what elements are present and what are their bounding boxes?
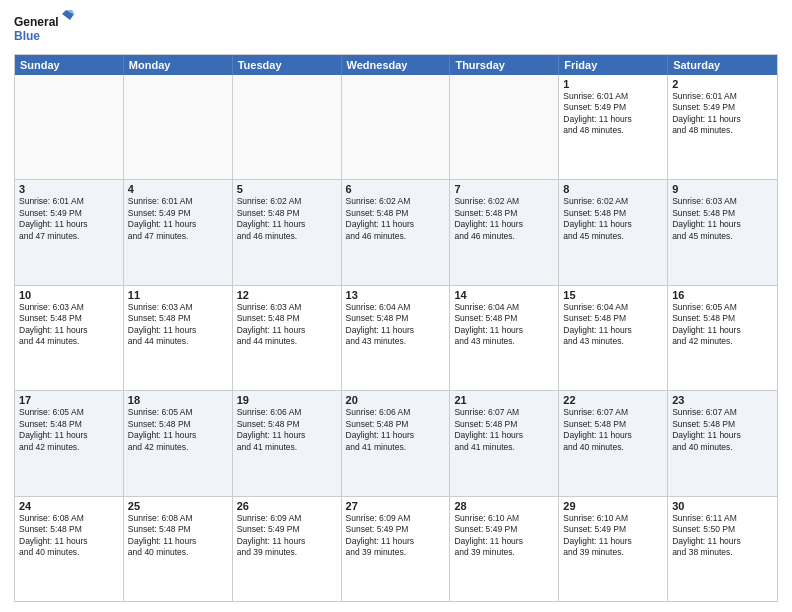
day-number: 17 [19, 394, 119, 406]
day-number: 9 [672, 183, 773, 195]
day-info: Sunrise: 6:11 AM Sunset: 5:50 PM Dayligh… [672, 513, 773, 559]
day-number: 14 [454, 289, 554, 301]
day-info: Sunrise: 6:06 AM Sunset: 5:48 PM Dayligh… [346, 407, 446, 453]
day-cell-6: 6Sunrise: 6:02 AM Sunset: 5:48 PM Daylig… [342, 180, 451, 284]
week-row-0: 1Sunrise: 6:01 AM Sunset: 5:49 PM Daylig… [15, 75, 777, 179]
empty-cell [124, 75, 233, 179]
day-info: Sunrise: 6:03 AM Sunset: 5:48 PM Dayligh… [672, 196, 773, 242]
header: General Blue [14, 10, 778, 48]
day-number: 8 [563, 183, 663, 195]
day-number: 3 [19, 183, 119, 195]
day-info: Sunrise: 6:02 AM Sunset: 5:48 PM Dayligh… [346, 196, 446, 242]
svg-text:General: General [14, 15, 59, 29]
header-day-thursday: Thursday [450, 55, 559, 75]
day-cell-24: 24Sunrise: 6:08 AM Sunset: 5:48 PM Dayli… [15, 497, 124, 601]
header-day-sunday: Sunday [15, 55, 124, 75]
day-info: Sunrise: 6:04 AM Sunset: 5:48 PM Dayligh… [563, 302, 663, 348]
day-info: Sunrise: 6:05 AM Sunset: 5:48 PM Dayligh… [128, 407, 228, 453]
header-day-tuesday: Tuesday [233, 55, 342, 75]
day-cell-1: 1Sunrise: 6:01 AM Sunset: 5:49 PM Daylig… [559, 75, 668, 179]
day-number: 23 [672, 394, 773, 406]
day-info: Sunrise: 6:08 AM Sunset: 5:48 PM Dayligh… [128, 513, 228, 559]
day-number: 27 [346, 500, 446, 512]
day-info: Sunrise: 6:07 AM Sunset: 5:48 PM Dayligh… [672, 407, 773, 453]
day-cell-29: 29Sunrise: 6:10 AM Sunset: 5:49 PM Dayli… [559, 497, 668, 601]
day-number: 5 [237, 183, 337, 195]
day-info: Sunrise: 6:09 AM Sunset: 5:49 PM Dayligh… [346, 513, 446, 559]
day-cell-16: 16Sunrise: 6:05 AM Sunset: 5:48 PM Dayli… [668, 286, 777, 390]
day-info: Sunrise: 6:07 AM Sunset: 5:48 PM Dayligh… [563, 407, 663, 453]
day-cell-20: 20Sunrise: 6:06 AM Sunset: 5:48 PM Dayli… [342, 391, 451, 495]
day-number: 19 [237, 394, 337, 406]
page: General Blue SundayMondayTuesdayWednesda… [0, 0, 792, 612]
calendar: SundayMondayTuesdayWednesdayThursdayFrid… [14, 54, 778, 602]
day-cell-11: 11Sunrise: 6:03 AM Sunset: 5:48 PM Dayli… [124, 286, 233, 390]
day-cell-23: 23Sunrise: 6:07 AM Sunset: 5:48 PM Dayli… [668, 391, 777, 495]
day-number: 12 [237, 289, 337, 301]
day-number: 30 [672, 500, 773, 512]
week-row-3: 17Sunrise: 6:05 AM Sunset: 5:48 PM Dayli… [15, 390, 777, 495]
day-info: Sunrise: 6:04 AM Sunset: 5:48 PM Dayligh… [346, 302, 446, 348]
empty-cell [450, 75, 559, 179]
calendar-header: SundayMondayTuesdayWednesdayThursdayFrid… [15, 55, 777, 75]
day-info: Sunrise: 6:03 AM Sunset: 5:48 PM Dayligh… [237, 302, 337, 348]
day-info: Sunrise: 6:09 AM Sunset: 5:49 PM Dayligh… [237, 513, 337, 559]
day-cell-13: 13Sunrise: 6:04 AM Sunset: 5:48 PM Dayli… [342, 286, 451, 390]
day-number: 4 [128, 183, 228, 195]
day-number: 29 [563, 500, 663, 512]
day-number: 26 [237, 500, 337, 512]
week-row-1: 3Sunrise: 6:01 AM Sunset: 5:49 PM Daylig… [15, 179, 777, 284]
day-cell-9: 9Sunrise: 6:03 AM Sunset: 5:48 PM Daylig… [668, 180, 777, 284]
day-info: Sunrise: 6:01 AM Sunset: 5:49 PM Dayligh… [128, 196, 228, 242]
day-cell-26: 26Sunrise: 6:09 AM Sunset: 5:49 PM Dayli… [233, 497, 342, 601]
week-row-2: 10Sunrise: 6:03 AM Sunset: 5:48 PM Dayli… [15, 285, 777, 390]
day-info: Sunrise: 6:04 AM Sunset: 5:48 PM Dayligh… [454, 302, 554, 348]
header-day-friday: Friday [559, 55, 668, 75]
day-info: Sunrise: 6:02 AM Sunset: 5:48 PM Dayligh… [237, 196, 337, 242]
day-cell-3: 3Sunrise: 6:01 AM Sunset: 5:49 PM Daylig… [15, 180, 124, 284]
day-number: 24 [19, 500, 119, 512]
logo: General Blue [14, 10, 74, 48]
day-cell-15: 15Sunrise: 6:04 AM Sunset: 5:48 PM Dayli… [559, 286, 668, 390]
day-number: 25 [128, 500, 228, 512]
day-cell-8: 8Sunrise: 6:02 AM Sunset: 5:48 PM Daylig… [559, 180, 668, 284]
day-cell-4: 4Sunrise: 6:01 AM Sunset: 5:49 PM Daylig… [124, 180, 233, 284]
day-number: 1 [563, 78, 663, 90]
day-cell-21: 21Sunrise: 6:07 AM Sunset: 5:48 PM Dayli… [450, 391, 559, 495]
day-info: Sunrise: 6:01 AM Sunset: 5:49 PM Dayligh… [563, 91, 663, 137]
empty-cell [342, 75, 451, 179]
day-number: 28 [454, 500, 554, 512]
day-number: 22 [563, 394, 663, 406]
week-row-4: 24Sunrise: 6:08 AM Sunset: 5:48 PM Dayli… [15, 496, 777, 601]
day-cell-2: 2Sunrise: 6:01 AM Sunset: 5:49 PM Daylig… [668, 75, 777, 179]
day-number: 15 [563, 289, 663, 301]
day-number: 16 [672, 289, 773, 301]
header-day-wednesday: Wednesday [342, 55, 451, 75]
logo-svg: General Blue [14, 10, 74, 48]
day-number: 20 [346, 394, 446, 406]
day-cell-19: 19Sunrise: 6:06 AM Sunset: 5:48 PM Dayli… [233, 391, 342, 495]
day-cell-30: 30Sunrise: 6:11 AM Sunset: 5:50 PM Dayli… [668, 497, 777, 601]
day-info: Sunrise: 6:08 AM Sunset: 5:48 PM Dayligh… [19, 513, 119, 559]
day-cell-25: 25Sunrise: 6:08 AM Sunset: 5:48 PM Dayli… [124, 497, 233, 601]
day-info: Sunrise: 6:02 AM Sunset: 5:48 PM Dayligh… [454, 196, 554, 242]
day-cell-12: 12Sunrise: 6:03 AM Sunset: 5:48 PM Dayli… [233, 286, 342, 390]
day-info: Sunrise: 6:03 AM Sunset: 5:48 PM Dayligh… [128, 302, 228, 348]
day-info: Sunrise: 6:01 AM Sunset: 5:49 PM Dayligh… [672, 91, 773, 137]
day-cell-28: 28Sunrise: 6:10 AM Sunset: 5:49 PM Dayli… [450, 497, 559, 601]
day-cell-18: 18Sunrise: 6:05 AM Sunset: 5:48 PM Dayli… [124, 391, 233, 495]
day-number: 11 [128, 289, 228, 301]
day-number: 21 [454, 394, 554, 406]
day-number: 7 [454, 183, 554, 195]
day-info: Sunrise: 6:10 AM Sunset: 5:49 PM Dayligh… [563, 513, 663, 559]
day-info: Sunrise: 6:05 AM Sunset: 5:48 PM Dayligh… [19, 407, 119, 453]
svg-text:Blue: Blue [14, 29, 40, 43]
day-info: Sunrise: 6:06 AM Sunset: 5:48 PM Dayligh… [237, 407, 337, 453]
day-number: 13 [346, 289, 446, 301]
day-info: Sunrise: 6:10 AM Sunset: 5:49 PM Dayligh… [454, 513, 554, 559]
day-cell-7: 7Sunrise: 6:02 AM Sunset: 5:48 PM Daylig… [450, 180, 559, 284]
day-cell-5: 5Sunrise: 6:02 AM Sunset: 5:48 PM Daylig… [233, 180, 342, 284]
empty-cell [15, 75, 124, 179]
day-cell-10: 10Sunrise: 6:03 AM Sunset: 5:48 PM Dayli… [15, 286, 124, 390]
day-number: 2 [672, 78, 773, 90]
